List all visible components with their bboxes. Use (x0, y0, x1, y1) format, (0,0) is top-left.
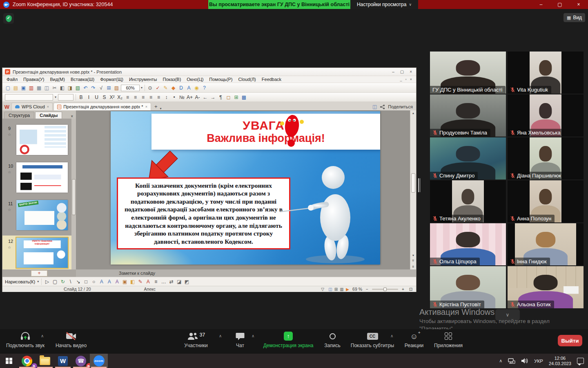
taskbar-chrome[interactable]: K (18, 354, 36, 368)
scrollbar-thumb[interactable] (411, 173, 415, 193)
export-pdf-icon[interactable]: ▥ (27, 84, 35, 92)
vertical-scrollbar[interactable]: ▲ ▼ ⇈ ⇊ (410, 110, 416, 269)
slide-thumbnail[interactable]: 10☆ (2, 160, 76, 198)
insert-formula-icon[interactable]: √ (97, 84, 105, 92)
align-right-icon[interactable]: ≡ (139, 94, 147, 101)
pres-close-button[interactable]: × (410, 70, 412, 74)
network-icon[interactable] (508, 358, 515, 364)
start-button[interactable] (0, 354, 18, 368)
format-painter-icon[interactable]: ▧ (74, 84, 82, 92)
font-dropdown-icon[interactable]: ▾ (55, 95, 56, 99)
slide-thumbnail[interactable]: 11☆ВАРТО ЗНАТИ! (2, 198, 76, 236)
shading-icon[interactable]: ▩ (240, 94, 248, 101)
participants-options-chevron[interactable]: ∧ (219, 334, 222, 338)
tab-slides[interactable]: Слайды (35, 112, 62, 119)
normal-view-icon[interactable]: ◫ (327, 287, 333, 292)
tab-outline[interactable]: Структура (4, 112, 34, 119)
strikethrough-icon[interactable]: S (100, 94, 108, 101)
participant-tile[interactable]: Діана Паршивлюк (508, 137, 584, 180)
view-settings-button[interactable]: Настройки просмотра ∨ (350, 0, 418, 9)
captions-button[interactable]: CC Показать субтитры (350, 331, 395, 348)
add-slide-button[interactable]: + (31, 270, 47, 276)
slide-thumbnail[interactable]: 12☆УВАГА! Важлива інформація! (2, 236, 76, 269)
slide-sorter-view-icon[interactable]: ⊞ (333, 287, 339, 292)
wps-logo-icon[interactable]: W (4, 103, 10, 110)
taskbar-zoom[interactable]: zoom (90, 354, 108, 368)
oval-icon[interactable]: ○ (90, 278, 98, 285)
justify-icon[interactable]: ≡ (147, 94, 155, 101)
rotate-icon[interactable]: ↻ (59, 278, 67, 285)
leave-meeting-button[interactable]: Выйти (558, 335, 582, 346)
slide-thumbnail-preview[interactable]: УВАГА! Важлива інформація! (16, 238, 68, 268)
cut-icon[interactable]: ✂ (51, 84, 58, 92)
menu-item[interactable]: Вставка(Ш) (71, 77, 94, 82)
superscript-icon[interactable]: X² (108, 94, 116, 101)
save-icon[interactable]: ▣ (20, 84, 27, 92)
notes-view-icon[interactable]: ▥ (339, 287, 345, 292)
menu-item[interactable]: Вид(М) (50, 77, 65, 82)
fit-slide-button[interactable]: ⊡ (408, 287, 414, 292)
arrow-style-icon[interactable]: ⇄ (167, 278, 175, 285)
panel-close-icon[interactable]: × (71, 114, 73, 119)
underline-icon[interactable]: U (93, 94, 100, 101)
scroll-up-icon[interactable]: ▲ (412, 110, 415, 116)
zoom-in-button[interactable]: + (400, 287, 406, 292)
slide-thumbnail-preview[interactable] (16, 125, 68, 155)
word-art-icon[interactable]: A (113, 278, 121, 285)
docer-templates-icon[interactable]: D (177, 84, 185, 92)
align-center-icon[interactable]: ≡ (131, 94, 139, 101)
decrease-indent-icon[interactable]: ← (201, 94, 209, 101)
menu-item[interactable]: Помощь(Р) (209, 77, 232, 82)
print-preview-icon[interactable]: ◫ (43, 84, 51, 92)
panel-scrollbar[interactable] (71, 119, 76, 269)
help-icon[interactable]: ? (200, 84, 208, 92)
slideshow-icon[interactable]: ▶ (345, 287, 350, 292)
doc-close-icon[interactable]: × (410, 77, 412, 81)
menu-item[interactable]: Правка(У) (23, 77, 44, 82)
fill-color-icon[interactable]: ◧ (129, 278, 136, 285)
line-spacing-icon[interactable]: ↕ (163, 94, 170, 101)
numbering-icon[interactable]: № (178, 94, 186, 101)
participant-tile[interactable]: Тетяна Акуленко (430, 180, 506, 222)
select-objects-icon[interactable]: ▢ (51, 278, 59, 285)
zoom-dropdown-icon[interactable]: ▾ (141, 86, 143, 90)
new-document-icon[interactable]: ▢ (4, 84, 12, 92)
participant-tile[interactable]: Крістіна Пустовіт (430, 266, 506, 308)
pres-minimize-button[interactable]: – (392, 70, 394, 74)
menu-item[interactable]: Инструменты (129, 77, 157, 82)
participant-tile[interactable]: Яна Хмельовська (508, 94, 584, 137)
layout-icon[interactable]: ◫ (372, 104, 377, 110)
tab-close-icon[interactable]: × (145, 105, 147, 109)
panel-resize-handle[interactable] (418, 178, 421, 192)
tray-expand-chevron[interactable]: ∧ (499, 358, 502, 364)
tips-icon[interactable]: ◉ (193, 84, 200, 92)
assistant-icon[interactable]: A (185, 84, 193, 92)
menu-item[interactable]: Показ(В) (163, 77, 181, 82)
text-box-icon[interactable]: A (98, 278, 105, 285)
vertical-text-box-icon[interactable]: A (105, 278, 113, 285)
insert-textbox-icon[interactable]: ◻ (225, 94, 232, 101)
ink-tool-icon[interactable]: ✎ (162, 84, 169, 92)
open-icon[interactable]: ▤ (12, 84, 20, 92)
bullets-icon[interactable]: • (170, 94, 178, 101)
slide-thumbnail[interactable]: 9☆ (2, 123, 76, 160)
bold-icon[interactable]: B (77, 94, 85, 101)
insert-picture-icon[interactable]: ▣ (121, 278, 129, 285)
align-left-icon[interactable]: ≡ (124, 94, 131, 101)
slide-thumbnail-preview[interactable] (16, 162, 68, 193)
minimize-button[interactable]: – (532, 0, 550, 9)
participants-button[interactable]: 37 Участники (176, 331, 216, 348)
doc-minimize-icon[interactable]: _ (400, 77, 402, 81)
chat-options-chevron[interactable]: ∧ (252, 334, 254, 338)
close-button[interactable]: × (569, 0, 588, 9)
autofit-icon[interactable]: ▽ (320, 287, 325, 292)
line-style-icon[interactable]: ≡ (152, 278, 160, 285)
insert-table-icon[interactable]: ⊞ (105, 84, 113, 92)
tab-current-document[interactable]: Презентація декларування нове.pptx * × (53, 103, 151, 110)
participant-tile[interactable]: Анна Полозун (508, 180, 584, 222)
reactions-button[interactable]: ☺+ Реакции (402, 331, 426, 348)
find-icon[interactable]: ⊙ (146, 84, 154, 92)
zoom-level-select[interactable]: 60% (121, 85, 140, 91)
participant-tile[interactable]: Vita Kugutiuk (508, 52, 584, 94)
undo-icon[interactable]: ↶ (82, 84, 89, 92)
